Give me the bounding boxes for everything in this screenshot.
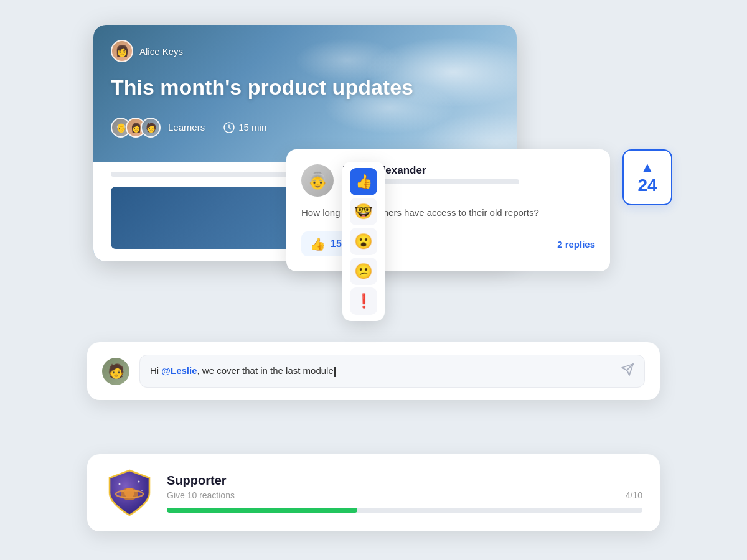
svg-point-3 bbox=[125, 488, 134, 498]
shield-icon bbox=[105, 468, 154, 518]
avatar-stack: 👴 👩 🧑 bbox=[111, 118, 156, 138]
reaction-nerd[interactable]: 🤓 bbox=[350, 198, 377, 225]
reaction-surprised[interactable]: 😮 bbox=[350, 228, 377, 255]
cursor bbox=[334, 367, 336, 377]
reply-suffix: , we cover that in the last module bbox=[197, 365, 334, 376]
like-count: 15 bbox=[331, 238, 342, 250]
achievement-subtitle-text: Give 10 reactions bbox=[167, 490, 235, 500]
achievement-subtitle: Give 10 reactions 4/10 bbox=[167, 490, 642, 500]
replies-link[interactable]: 2 replies bbox=[557, 239, 595, 250]
thumbs-up-icon: 👍 bbox=[355, 174, 372, 190]
question-card: 👵 Leslie Alexander How long will custome… bbox=[286, 149, 610, 271]
reply-input[interactable]: Hi @Leslie, we cover that in the last mo… bbox=[139, 355, 645, 388]
achievement-title: Supporter bbox=[167, 474, 642, 488]
send-button[interactable] bbox=[621, 363, 634, 380]
reaction-panel: 👍 🤓 😮 😕 ❗ bbox=[342, 162, 385, 321]
reply-card: 🧑 Hi @Leslie, we cover that in the last … bbox=[87, 342, 660, 400]
author-row: 👩 Alice Keys bbox=[111, 40, 499, 62]
badge-icon bbox=[105, 468, 154, 518]
like-icon: 👍 bbox=[310, 236, 326, 251]
surprised-icon: 😮 bbox=[354, 233, 373, 250]
duration-text: 15 min bbox=[238, 122, 266, 133]
achievement-inner: Supporter Give 10 reactions 4/10 bbox=[105, 468, 642, 518]
duration: 15 min bbox=[223, 122, 266, 133]
achievement-progress-fill bbox=[167, 508, 357, 513]
achievement-card: Supporter Give 10 reactions 4/10 bbox=[87, 454, 660, 531]
reaction-thumbs-up[interactable]: 👍 bbox=[350, 168, 377, 195]
learners-label: Learners bbox=[168, 122, 205, 133]
upvote-count: 24 bbox=[637, 177, 657, 194]
clock-icon bbox=[223, 122, 235, 133]
achievement-progress-label: 4/10 bbox=[626, 490, 642, 500]
author-name: Alice Keys bbox=[139, 46, 183, 57]
achievement-info: Supporter Give 10 reactions 4/10 bbox=[167, 474, 642, 513]
reaction-exclaim[interactable]: ❗ bbox=[350, 287, 377, 315]
learner-avatar-3: 🧑 bbox=[141, 118, 161, 138]
reaction-confused[interactable]: 😕 bbox=[350, 258, 377, 285]
svg-point-6 bbox=[141, 490, 143, 491]
course-meta: 👴 👩 🧑 Learners 15 min bbox=[111, 118, 499, 138]
course-title: This month's product updates bbox=[111, 75, 499, 100]
question-avatar: 👵 bbox=[301, 164, 334, 197]
reply-prefix: Hi bbox=[150, 365, 161, 376]
reply-avatar: 🧑 bbox=[102, 358, 129, 385]
avatar: 👩 bbox=[111, 40, 133, 62]
upvote-button[interactable]: ▲ 24 bbox=[622, 149, 672, 205]
svg-point-5 bbox=[138, 481, 140, 483]
nerd-icon: 🤓 bbox=[354, 203, 373, 220]
achievement-progress-bar bbox=[167, 508, 642, 513]
learners-group: 👴 👩 🧑 Learners bbox=[111, 118, 205, 138]
confused-icon: 😕 bbox=[354, 263, 373, 280]
upvote-arrow-icon: ▲ bbox=[641, 161, 654, 174]
exclaim-icon: ❗ bbox=[355, 293, 372, 309]
svg-point-4 bbox=[119, 483, 121, 485]
reply-text: Hi @Leslie, we cover that in the last mo… bbox=[150, 365, 336, 376]
reply-mention: @Leslie bbox=[161, 365, 197, 376]
